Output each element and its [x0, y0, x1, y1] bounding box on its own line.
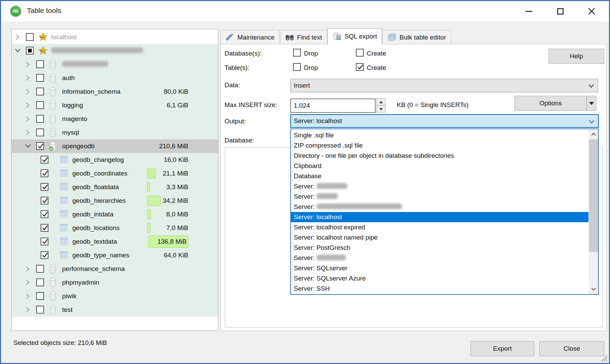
chevron-right-icon[interactable] — [25, 129, 31, 136]
tree-checkbox-geodb_hierarchies[interactable] — [41, 197, 48, 204]
binoculars-icon — [285, 33, 294, 42]
close-window-button[interactable] — [584, 5, 599, 17]
export-button[interactable]: Export — [470, 341, 534, 356]
tree-row-auth[interactable]: auth — [12, 71, 218, 85]
tree-checkbox-auth[interactable] — [36, 74, 44, 82]
stepper-up-button[interactable] — [376, 98, 386, 105]
chevron-right-icon[interactable] — [25, 88, 31, 95]
output-option[interactable]: Server: — [291, 181, 589, 192]
tables-create-checkbox[interactable] — [356, 63, 364, 71]
tree-checkbox-localhost[interactable] — [26, 33, 34, 41]
output-option[interactable]: Server: localhost named pipe — [291, 232, 589, 243]
heidisql-app-icon: HS — [10, 5, 21, 17]
max-insert-size-input[interactable]: 1.024 — [290, 98, 376, 113]
chevron-right-icon[interactable] — [25, 116, 31, 122]
tree-checkbox-geodb_coordinates[interactable] — [41, 169, 48, 177]
tree-checkbox-redacted[interactable] — [36, 60, 44, 68]
chevron-down-icon[interactable] — [14, 47, 21, 54]
resize-grip[interactable] — [600, 354, 608, 362]
chevron-right-icon[interactable] — [14, 34, 21, 41]
output-option[interactable]: Server: — [291, 253, 589, 263]
chevron-right-icon[interactable] — [25, 61, 31, 68]
maximize-button[interactable] — [552, 5, 568, 17]
minimize-button[interactable] — [521, 5, 537, 17]
databases-create-checkbox[interactable] — [356, 49, 364, 57]
tree-checkbox-geodb_type_names[interactable] — [41, 251, 48, 259]
output-option[interactable]: Server: — [291, 202, 589, 212]
tree-checkbox-geodb_locations[interactable] — [41, 224, 48, 232]
help-button[interactable]: Help — [549, 49, 604, 64]
dropdown-scrollbar[interactable] — [589, 129, 598, 294]
tree-row-redacted[interactable] — [12, 58, 218, 71]
output-option[interactable]: Server: PostGresch — [291, 243, 589, 253]
close-button[interactable]: Close — [539, 341, 604, 356]
tree-row-test[interactable]: test — [12, 303, 218, 317]
tree-row-geodb_textdata[interactable]: geodb_textdata136,8 MiB — [12, 235, 218, 248]
tree-row-piwik[interactable]: piwik — [12, 289, 218, 303]
tree-row-geodb_floatdata[interactable]: geodb_floatdata3,3 MiB — [12, 180, 218, 194]
chevron-down-icon[interactable] — [25, 143, 31, 150]
scrollbar-up-button[interactable] — [589, 129, 598, 139]
databases-drop-checkbox[interactable] — [293, 49, 301, 57]
chevron-right-icon[interactable] — [25, 102, 31, 109]
tree-row-logging[interactable]: logging6,1 GiB — [12, 98, 218, 112]
chevron-right-icon[interactable] — [25, 306, 31, 313]
output-option[interactable]: Server: SQLserver — [291, 263, 589, 273]
tree-row-magento[interactable]: magento — [12, 112, 218, 126]
output-option[interactable]: Directory - one file per object in datab… — [291, 151, 589, 161]
output-option[interactable]: Server: SSH — [291, 284, 589, 294]
options-button[interactable]: Options — [514, 96, 596, 111]
tree-row-geodb_type_names[interactable]: geodb_type_names64,0 KiB — [12, 248, 218, 262]
tree-checkbox-piwik[interactable] — [36, 292, 44, 300]
tree-checkbox-geodb_textdata[interactable] — [41, 238, 48, 245]
output-option[interactable]: Server: SQLserver Azure — [291, 273, 589, 284]
output-combobox[interactable]: Server: localhost — [290, 114, 599, 128]
output-option[interactable]: Server: — [291, 192, 589, 202]
tree-row-geodb_locations[interactable]: geodb_locations7,0 MiB — [12, 221, 218, 235]
tab-sql-export[interactable]: SQL export — [328, 28, 382, 44]
tree-checkbox-magento[interactable] — [36, 115, 44, 123]
tree-row-mysql[interactable]: mysql — [12, 126, 218, 139]
scrollbar-down-button[interactable] — [589, 284, 598, 294]
tree-checkbox-mysql[interactable] — [36, 128, 44, 136]
tree-row-information_schema[interactable]: information_schema80,0 KiB — [12, 85, 218, 98]
tree-row-performance_schema[interactable]: performance_schema — [12, 262, 218, 276]
tree-row-redacted[interactable] — [12, 44, 218, 58]
tree-row-phpmyadmin[interactable]: phpmyadmin — [12, 276, 218, 289]
tree-checkbox-geodb_changelog[interactable] — [41, 156, 48, 164]
tree-checkbox-geodb_intdata[interactable] — [41, 210, 48, 218]
tab-find-text[interactable]: Find text — [280, 30, 327, 44]
output-option[interactable]: Database — [291, 171, 589, 181]
tree-checkbox-information_schema[interactable] — [36, 88, 44, 95]
tree-row-localhost[interactable]: localhost — [12, 30, 218, 44]
tab-maintenance[interactable]: Maintenance — [220, 30, 280, 44]
tree-row-geodb_coordinates[interactable]: geodb_coordinates21,1 MiB — [12, 167, 218, 180]
tables-drop-checkbox[interactable] — [293, 63, 301, 71]
tree-checkbox-test[interactable] — [36, 306, 44, 314]
data-mode-select[interactable]: Insert — [290, 79, 598, 92]
chevron-right-icon[interactable] — [25, 75, 31, 81]
tree-checkbox-redacted[interactable] — [26, 47, 34, 55]
scrollbar-thumb[interactable] — [589, 139, 598, 252]
output-option[interactable]: Clipboard — [291, 161, 589, 171]
tree-checkbox-logging[interactable] — [36, 101, 44, 109]
output-option[interactable]: ZIP compressed .sql file — [291, 140, 589, 151]
chevron-right-icon[interactable] — [25, 279, 31, 286]
tree-row-geodb_changelog[interactable]: geodb_changelog16,0 KiB — [12, 153, 218, 167]
tree-row-geodb_hierarchies[interactable]: geodb_hierarchies34,2 MiB — [12, 194, 218, 208]
data-label: Data: — [224, 81, 240, 89]
tree-checkbox-geodb_floatdata[interactable] — [41, 183, 48, 191]
tree-row-opengeodb[interactable]: opengeodb210,6 MiB — [12, 139, 218, 153]
output-option[interactable]: Server: localhost — [291, 212, 589, 222]
tree-checkbox-phpmyadmin[interactable] — [36, 278, 44, 286]
output-option[interactable]: Server: localhost expired — [291, 222, 589, 232]
tree-checkbox-opengeodb[interactable] — [36, 142, 44, 150]
options-dropdown-arrow[interactable] — [586, 96, 596, 110]
output-option[interactable]: Single .sql file — [291, 130, 589, 140]
tab-bulk-table-editor[interactable]: Bulk table editor — [382, 30, 451, 44]
stepper-down-button[interactable] — [376, 106, 386, 112]
tree-checkbox-performance_schema[interactable] — [36, 265, 44, 273]
chevron-right-icon[interactable] — [25, 266, 31, 272]
tree-row-geodb_intdata[interactable]: geodb_intdata8,0 MiB — [12, 208, 218, 221]
chevron-right-icon[interactable] — [25, 293, 31, 300]
